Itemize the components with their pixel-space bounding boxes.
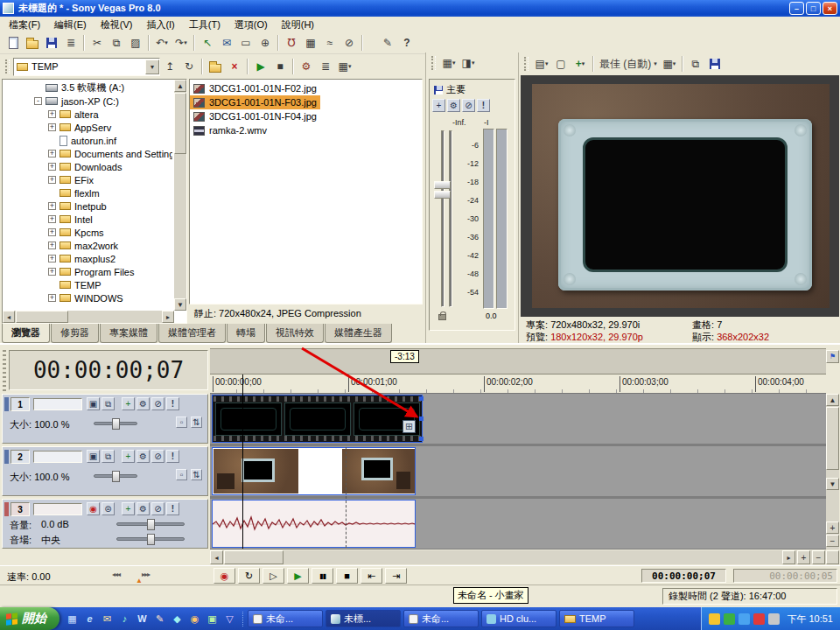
envelope-edit-tool-button[interactable]: ✉: [217, 34, 236, 52]
video-event-1[interactable]: [212, 395, 423, 443]
paint-icon[interactable]: ✎: [152, 612, 167, 626]
go-to-start-button[interactable]: ⇤: [360, 568, 382, 584]
tree-item-folder[interactable]: +Kpcms: [3, 226, 172, 239]
taskbar-button-paint-1[interactable]: 未命...: [248, 610, 323, 627]
tree-item-folder[interactable]: +WINDOWS: [3, 291, 172, 304]
expand-box[interactable]: +: [48, 176, 56, 184]
tab-media-generators[interactable]: 媒體產生器: [325, 324, 392, 343]
menu-help[interactable]: 說明(H): [275, 17, 321, 33]
insert-bus-button[interactable]: ▦▾: [439, 54, 458, 73]
fader-lock-icon[interactable]: [438, 314, 446, 320]
time-ruler[interactable]: 00:00:00;00 00:00:01;00 00:00:02;00 00:0…: [210, 374, 826, 394]
restore-button[interactable]: □: [806, 2, 821, 15]
track-name-field[interactable]: [33, 503, 82, 515]
start-button[interactable]: 開始: [0, 607, 60, 630]
zoom-out-track-height-button[interactable]: −: [826, 535, 839, 547]
tab-explorer[interactable]: 瀏覽器: [2, 324, 50, 343]
expand-box[interactable]: +: [48, 150, 56, 158]
word-icon[interactable]: W: [135, 612, 150, 626]
selection-end-time-display[interactable]: 00:00:00;05: [733, 569, 837, 583]
tree-item-folder[interactable]: +Inetpub: [3, 200, 172, 213]
expand-box[interactable]: +: [48, 268, 56, 276]
cursor-time-display[interactable]: 00:00:00;07: [641, 569, 726, 583]
new-project-button[interactable]: [4, 34, 23, 52]
expand-box[interactable]: +: [48, 215, 56, 223]
tab-video-fx[interactable]: 視訊特效: [266, 324, 324, 343]
marker-tool-button[interactable]: ⚑: [826, 350, 839, 363]
tray-icon-alert[interactable]: [753, 613, 765, 625]
overlays-button[interactable]: +▾: [570, 55, 590, 74]
minimize-button[interactable]: –: [789, 2, 804, 15]
event-trim-handle[interactable]: [419, 416, 424, 421]
size-slider[interactable]: [94, 422, 137, 425]
new-folder-button[interactable]: [206, 58, 225, 76]
project-properties-button[interactable]: ≣: [61, 34, 80, 52]
track-name-field[interactable]: [33, 398, 82, 410]
track-motion-button[interactable]: ▣: [87, 397, 100, 410]
slider-handle[interactable]: [112, 418, 120, 430]
menu-tools[interactable]: 工具(T): [182, 17, 228, 33]
views-button[interactable]: ▦▾: [335, 58, 354, 76]
expand-box[interactable]: +: [48, 123, 56, 131]
tray-icon-antivirus[interactable]: [724, 613, 735, 625]
compositing-mode-button[interactable]: ▫: [176, 469, 187, 480]
expand-box[interactable]: +: [48, 202, 56, 210]
collapse-box[interactable]: -: [34, 97, 42, 105]
scroll-thumb[interactable]: [174, 93, 186, 154]
panel-grip[interactable]: [431, 56, 436, 70]
file-row-selected[interactable]: 3DCG1-001-01N-F03.jpg: [190, 95, 320, 109]
volume-slider[interactable]: [116, 522, 185, 526]
fader-handle-right[interactable]: [434, 191, 451, 199]
compositing-mode-button[interactable]: ▫: [176, 416, 187, 428]
scroll-down-button[interactable]: ▼: [826, 478, 839, 490]
tray-icon-ime[interactable]: [709, 613, 720, 625]
downmix-button[interactable]: +: [432, 99, 445, 112]
scroll-thumb[interactable]: [224, 550, 284, 564]
enable-snapping-button[interactable]: ℧: [282, 34, 301, 52]
solo-button[interactable]: !: [166, 397, 179, 410]
tree-item-folder[interactable]: +Program Files: [3, 265, 172, 278]
record-button[interactable]: ◉: [214, 568, 235, 584]
track-fx-button[interactable]: ⚙: [136, 502, 150, 515]
menu-file[interactable]: 檔案(F): [2, 17, 47, 33]
mail-icon[interactable]: ✉: [100, 612, 115, 626]
preview-quality-dropdown[interactable]: 最佳 (自動)▾: [597, 55, 660, 74]
taskbar-button-hd[interactable]: HD clu...: [481, 610, 556, 627]
shuttle-right-icon[interactable]: ▸▸▸: [142, 570, 150, 578]
pan-slider[interactable]: [116, 537, 185, 541]
tab-media-manager[interactable]: 媒體管理者: [158, 324, 226, 343]
mute-button[interactable]: ⊘: [462, 99, 475, 112]
taskbar-button-vegas[interactable]: 未標...: [326, 610, 401, 627]
fader-handle-left[interactable]: [434, 181, 451, 189]
zoom-edit-tool-button[interactable]: ⊕: [256, 34, 275, 52]
insert-fx-button[interactable]: ◨▾: [458, 54, 478, 73]
tray-clock[interactable]: 下午 10:51: [787, 612, 833, 626]
solo-button[interactable]: !: [166, 450, 179, 463]
track-fx-button[interactable]: ⚙: [136, 450, 150, 463]
help-tool-button[interactable]: ?: [397, 34, 416, 52]
app-shortcut-icon[interactable]: ▣: [205, 612, 220, 626]
save-button[interactable]: [42, 34, 61, 52]
taskbar-button-paint-2[interactable]: 未命...: [403, 610, 479, 627]
auto-ripple-button[interactable]: ≈: [320, 34, 340, 52]
address-dropdown-button[interactable]: ▾: [145, 60, 159, 74]
fader-groove-right[interactable]: [449, 130, 452, 307]
size-slider[interactable]: [94, 474, 137, 478]
tree-item-folder[interactable]: flexlm: [3, 186, 172, 200]
fader-groove-left[interactable]: [441, 130, 444, 307]
stop-button[interactable]: ■: [336, 568, 358, 584]
track-arrange-button[interactable]: ⇅: [191, 469, 202, 480]
menu-view[interactable]: 檢視(V): [94, 17, 140, 33]
close-button[interactable]: ×: [822, 2, 837, 15]
start-preview-button[interactable]: ▶: [251, 58, 270, 76]
track-motion-button[interactable]: ▣: [87, 450, 100, 463]
media-player-icon[interactable]: ♪: [117, 612, 132, 626]
timeline-vertical-scrollbar[interactable]: ▲ ▼ + −: [826, 394, 839, 550]
selection-edit-tool-button[interactable]: ▭: [236, 34, 256, 52]
scroll-right-button[interactable]: ▸: [162, 311, 174, 323]
record-arm-button[interactable]: ◉: [87, 502, 100, 515]
scroll-down-button[interactable]: ▼: [174, 298, 186, 311]
tree-item-folder[interactable]: +Documents and Setting: [3, 147, 172, 160]
shuttle-left-icon[interactable]: ◂◂◂: [112, 570, 120, 578]
paste-button[interactable]: ▨: [126, 34, 145, 52]
